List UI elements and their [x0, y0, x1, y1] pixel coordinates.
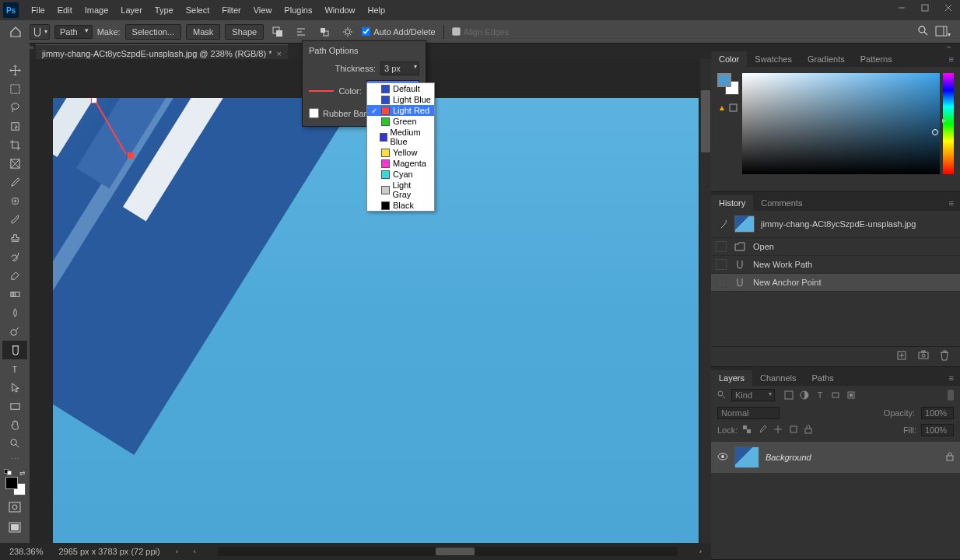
menu-help[interactable]: Help — [362, 2, 392, 18]
gear-icon[interactable] — [338, 23, 357, 41]
color-option-light-blue[interactable]: Light Blue — [367, 94, 434, 105]
anchor-point[interactable] — [91, 98, 97, 103]
stamp-tool[interactable] — [2, 229, 27, 247]
quick-mask-icon[interactable] — [5, 499, 24, 516]
lasso-tool[interactable] — [2, 98, 27, 117]
history-item-open[interactable]: Open — [711, 238, 960, 256]
frame-tool[interactable] — [2, 154, 27, 173]
delete-state-icon[interactable] — [940, 350, 954, 362]
home-icon[interactable] — [6, 23, 25, 41]
menu-filter[interactable]: Filter — [215, 2, 247, 18]
lock-artboard-icon[interactable] — [789, 425, 800, 436]
gradient-tool[interactable] — [2, 285, 27, 303]
menu-plugins[interactable]: Plugins — [278, 2, 318, 18]
new-doc-from-state-icon[interactable] — [896, 350, 910, 362]
tab-layers[interactable]: Layers — [711, 370, 752, 386]
filter-kind-select[interactable]: Kind▾ — [731, 389, 775, 401]
rectangle-tool[interactable] — [2, 397, 27, 415]
layer-background[interactable]: Background — [711, 442, 960, 473]
tab-history[interactable]: History — [711, 195, 753, 211]
default-colors-icon[interactable] — [4, 469, 12, 475]
foreground-color-swatch[interactable] — [5, 477, 18, 489]
tab-swatches[interactable]: Swatches — [747, 51, 800, 67]
lock-transparent-icon[interactable] — [742, 425, 753, 436]
path-select-tool[interactable] — [2, 378, 27, 397]
panel-menu-icon[interactable]: ≡ — [943, 195, 960, 211]
panel-menu-icon[interactable]: ≡ — [943, 370, 960, 386]
path-arrange-icon[interactable] — [315, 23, 334, 41]
type-tool[interactable]: T — [2, 359, 27, 378]
lock-image-icon[interactable] — [758, 425, 769, 436]
color-option-light-red[interactable]: ✓Light Red — [367, 105, 434, 116]
blur-tool[interactable] — [2, 303, 27, 322]
tab-patterns[interactable]: Patterns — [853, 51, 900, 67]
dodge-tool[interactable] — [2, 322, 27, 341]
menu-view[interactable]: View — [247, 2, 279, 18]
tab-color[interactable]: Color — [711, 51, 747, 67]
history-brush-source-icon[interactable] — [717, 219, 728, 229]
auto-add-delete-checkbox[interactable]: Auto Add/Delete — [362, 27, 436, 37]
tab-paths[interactable]: Paths — [804, 370, 842, 386]
make-shape-button[interactable]: Shape — [225, 24, 264, 40]
layer-lock-icon[interactable] — [946, 452, 954, 463]
color-option-magenta[interactable]: Magenta — [367, 158, 434, 169]
tab-close-icon[interactable]: × — [276, 49, 281, 58]
filter-pixel-icon[interactable] — [783, 390, 795, 401]
visibility-icon[interactable] — [717, 453, 728, 462]
zoom-tool[interactable] — [2, 434, 27, 453]
tab-channels[interactable]: Channels — [752, 370, 804, 386]
history-item-work-path[interactable]: New Work Path — [711, 256, 960, 274]
crop-tool[interactable] — [2, 135, 27, 154]
move-tool[interactable] — [2, 61, 27, 79]
menu-layer[interactable]: Layer — [114, 2, 149, 18]
color-option-cyan[interactable]: Cyan — [367, 169, 434, 180]
new-snapshot-icon[interactable] — [918, 350, 932, 362]
color-fg-bg-swatches[interactable] — [717, 73, 739, 95]
eyedropper-tool[interactable] — [2, 173, 27, 191]
zoom-level[interactable]: 238.36% — [9, 547, 43, 556]
history-brush-tool[interactable] — [2, 247, 27, 266]
lock-all-icon[interactable] — [804, 425, 815, 436]
menu-window[interactable]: Window — [318, 2, 361, 18]
menu-select[interactable]: Select — [180, 2, 216, 18]
thickness-input[interactable]: 3 px▾ — [380, 61, 419, 75]
horizontal-scrollbar[interactable] — [218, 547, 678, 556]
swap-colors-icon[interactable]: ⇄ — [19, 469, 26, 477]
workspace-icon[interactable]: ▾ — [935, 26, 951, 38]
eraser-tool[interactable] — [2, 266, 27, 285]
opacity-input[interactable]: 100% — [921, 407, 954, 419]
filter-type-icon[interactable]: T — [814, 390, 826, 401]
filter-shape-icon[interactable] — [829, 390, 842, 401]
tool-preset-icon[interactable]: ▾ — [30, 24, 50, 40]
filter-toggle[interactable] — [948, 390, 954, 401]
doc-info-arrow[interactable]: › — [176, 548, 178, 555]
collapse-left-icon[interactable]: « — [30, 44, 33, 51]
color-option-black[interactable]: Black — [367, 200, 434, 211]
vertical-scrollbar[interactable] — [700, 59, 711, 543]
blend-mode-select[interactable]: Normal — [717, 407, 780, 419]
brush-tool[interactable] — [2, 210, 27, 229]
websafe-icon[interactable] — [728, 103, 738, 112]
path-mode-select[interactable]: Path — [54, 25, 93, 39]
foreground-background-colors[interactable]: ⇄ — [2, 467, 27, 495]
maximize-button[interactable] — [913, 0, 937, 16]
minimize-button[interactable] — [890, 0, 913, 16]
history-snapshot[interactable]: jimmy-chang-ACt8ycSzpdE-unsplash.jpg — [711, 211, 960, 238]
lock-position-icon[interactable] — [773, 425, 784, 436]
color-spectrum[interactable]: ▸ — [742, 73, 940, 174]
panel-menu-icon[interactable]: ≡ — [943, 51, 960, 67]
screen-mode-icon[interactable] — [5, 519, 24, 536]
make-selection-button[interactable]: Selection... — [125, 24, 181, 40]
color-option-green[interactable]: Green — [367, 116, 434, 127]
color-option-yellow[interactable]: Yellow — [367, 147, 434, 158]
spectrum-cursor[interactable] — [932, 129, 938, 135]
filter-smart-icon[interactable] — [845, 390, 857, 401]
color-option-medium-blue[interactable]: Medium Blue — [367, 127, 434, 147]
menu-type[interactable]: Type — [149, 2, 180, 18]
pen-tool[interactable] — [2, 341, 27, 359]
selection-tool[interactable] — [2, 117, 27, 135]
menu-edit[interactable]: Edit — [51, 2, 79, 18]
hue-indicator[interactable]: ▸ — [942, 116, 946, 124]
path-align-icon[interactable] — [292, 23, 310, 41]
healing-tool[interactable] — [2, 191, 27, 210]
